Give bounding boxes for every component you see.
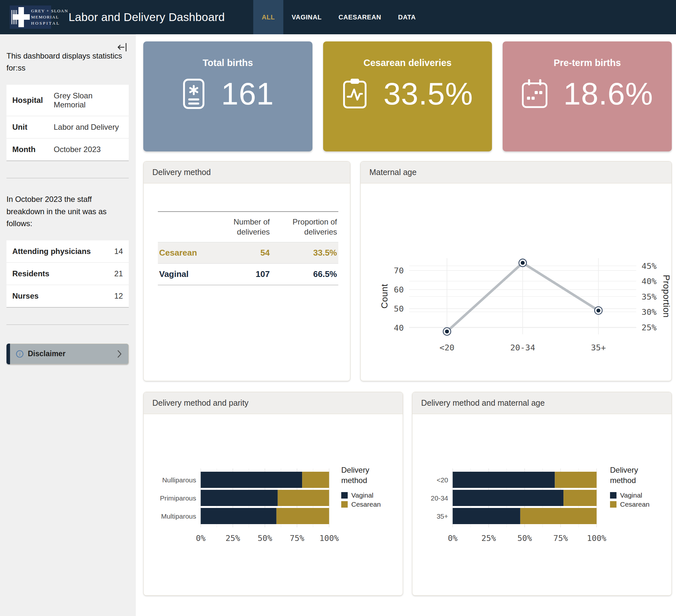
x-axis-tick: <20 (440, 343, 454, 352)
right-axis-tick: 35% (642, 292, 657, 301)
row-label: Unit (12, 123, 54, 132)
logo-cross-icon (13, 14, 30, 20)
x-axis-tick: 25% (481, 534, 496, 543)
vaginal-swatch (610, 492, 617, 499)
age-bars-panel: Delivery method and maternal age <2020-3… (412, 392, 672, 596)
kpi-title: Total births (143, 58, 313, 68)
logo-line: MEMORIAL (31, 14, 68, 20)
row-proportion: 66.5% (271, 264, 338, 285)
calendar-icon (521, 79, 548, 109)
kpi-value: 161 (221, 76, 274, 112)
row-value: Grey Sloan Memorial (54, 91, 123, 109)
nav-tabs: ALL VAGINAL CAESAREAN DATA (253, 0, 424, 34)
collapse-sidebar-button[interactable] (117, 42, 127, 54)
row-value: 12 (114, 291, 123, 300)
info-icon: i (16, 350, 23, 358)
row-number: 54 (210, 242, 271, 264)
table-row-vaginal: Vaginal 107 66.5% (158, 264, 338, 285)
bar-segment-cesarean (278, 490, 329, 506)
row-proportion: 33.5% (271, 242, 338, 264)
left-axis-tick: 70 (394, 266, 404, 275)
tab-caesarean[interactable]: CAESAREAN (330, 0, 390, 34)
delivery-method-table: Number of deliveries Proportion of deliv… (158, 211, 338, 285)
sidebar: This dashboard displays statistics for:s… (0, 34, 136, 616)
bar-segment-cesarean (302, 472, 329, 488)
category-label: 35+ (437, 512, 448, 520)
divider (6, 178, 129, 178)
tab-vaginal[interactable]: VAGINAL (283, 0, 330, 34)
x-axis-tick: 35+ (591, 343, 606, 352)
disclaimer-button[interactable]: i Disclaimer (6, 344, 129, 364)
tab-all[interactable]: ALL (253, 0, 283, 34)
kpi-title: Cesarean deliveries (323, 58, 492, 68)
data-point (445, 329, 449, 333)
bar-segment-vaginal (201, 490, 278, 506)
legend-item-cesarean: Cesarean (610, 501, 671, 508)
info-table: Hospital Grey Sloan Memorial Unit Labor … (6, 85, 129, 161)
row-label: Month (12, 145, 54, 154)
table-row: Attending physicians 14 (6, 240, 129, 263)
x-axis-tick: 50% (517, 534, 532, 543)
right-axis-tick: 30% (642, 307, 657, 317)
row-label: Attending physicians (12, 247, 114, 256)
table-row-cesarean: Cesarean 54 33.5% (158, 242, 338, 264)
category-label: <20 (437, 476, 448, 484)
right-axis-tick: 40% (642, 276, 657, 286)
table-row: Month October 2023 (6, 138, 129, 161)
legend-delivery-method: Delivery method Vaginal Cesarean (341, 414, 403, 595)
cesarean-swatch (341, 501, 348, 508)
x-axis-tick: 20-34 (510, 343, 535, 352)
cesarean-swatch (610, 501, 617, 508)
disclaimer-label: Disclaimer (28, 349, 65, 358)
row-label: Nurses (12, 291, 114, 300)
kpi-value: 33.5% (383, 76, 473, 112)
clipboard-pulse-icon (342, 78, 368, 110)
collapse-arrow-icon (117, 42, 127, 52)
legend-item-vaginal: Vaginal (341, 492, 403, 499)
category-label: Multiparous (161, 512, 196, 520)
parity-panel: Delivery method and parity NulliparousPr… (143, 392, 403, 596)
right-axis-tick: 25% (642, 323, 657, 332)
staff-table: Attending physicians 14 Residents 21 Nur… (6, 240, 129, 308)
y-axis-title-count: Count (379, 284, 389, 308)
legend-item-cesarean: Cesarean (341, 501, 403, 508)
maternal-age-chart: 4050607025%30%35%40%45%<2020-3435+CountP… (361, 183, 671, 381)
category-label: 20-34 (431, 494, 448, 502)
kpi-value: 18.6% (563, 76, 653, 112)
x-axis-tick: 100% (587, 534, 606, 543)
legend-label: Vaginal (620, 492, 642, 499)
empty-header (158, 212, 210, 242)
bar-segment-vaginal (453, 472, 555, 488)
legend-item-vaginal: Vaginal (610, 492, 671, 499)
x-axis-tick: 100% (319, 534, 339, 543)
tab-data[interactable]: DATA (390, 0, 425, 34)
hospital-logo: GREY + SLOAN MEMORIAL HOSPITAL (10, 5, 51, 29)
bar-segment-vaginal (453, 490, 564, 506)
svg-text:i: i (19, 351, 20, 356)
table-row: Nurses 12 (6, 285, 129, 308)
bar-segment-cesarean (555, 472, 597, 488)
kpi-card-cesarean-deliveries: Cesarean deliveries 33.5% (323, 41, 492, 152)
x-axis-tick: 0% (448, 534, 457, 543)
bar-segment-vaginal (453, 508, 520, 524)
row-label: Residents (12, 269, 114, 278)
legend-label: Vaginal (351, 492, 374, 499)
staff-intro-text: In October 2023 the staff breakdown in t… (6, 193, 128, 229)
bar-segment-vaginal (201, 472, 302, 488)
chevron-right-icon (117, 350, 122, 358)
table-row: Unit Labor and Delivery (6, 116, 129, 138)
page-title: Labor and Delivery Dashboard (68, 11, 225, 23)
col-header-proportion: Proportion of deliveries (271, 212, 338, 242)
data-point (597, 309, 600, 313)
category-label: Nulliparous (162, 476, 196, 484)
legend-title: Delivery method (341, 465, 382, 485)
bar-segment-cesarean (520, 508, 597, 524)
logo-line: GREY + SLOAN (31, 8, 68, 14)
legend-label: Cesarean (351, 501, 381, 508)
panel-title: Delivery method and parity (144, 392, 403, 414)
x-axis-tick: 0% (196, 534, 206, 543)
kpi-card-preterm-births: Pre-term births 18.6% (503, 41, 672, 152)
delivery-method-panel: Delivery method Number of deliveries Pro… (143, 161, 350, 381)
row-value: October 2023 (54, 145, 101, 154)
x-axis-tick: 25% (225, 534, 240, 543)
